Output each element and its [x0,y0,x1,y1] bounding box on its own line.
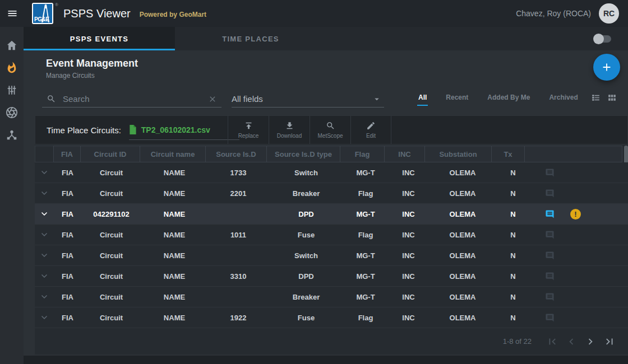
row-actions [530,307,628,328]
comment-icon[interactable] [545,209,555,219]
search-field[interactable] [42,91,221,108]
cell-fia: FIA [54,183,81,203]
row-expander[interactable] [35,287,54,307]
aperture-icon [6,106,18,119]
download-button[interactable]: Download [269,116,310,144]
comment-icon[interactable] [545,189,555,198]
table-body: FIACircuitNAME1733SwitchMG-TINCOLEMANFIA… [35,162,628,328]
sidebar-item-home[interactable] [6,39,18,52]
row-actions [530,183,628,203]
cell-tx: N [496,307,530,328]
table-scrollbar[interactable] [624,146,628,164]
grid-view-button[interactable] [607,93,617,102]
metscope-button[interactable]: MetScope [310,116,350,144]
sidebar-item-sliders[interactable] [6,84,18,96]
table-row: FIACircuitNAME3310DPDMG-TINCOLEMAN [35,266,628,287]
table-header: FIACircuit IDCircuit nameSource Is.DSour… [35,146,628,162]
sidebar-item-fire[interactable] [6,62,18,74]
cell-source_isd: 3310 [207,266,269,286]
warning-icon[interactable]: ! [570,209,581,220]
first-page-button[interactable] [545,334,560,349]
add-button[interactable] [593,54,620,81]
filter-added-by-me[interactable]: Added By Me [486,90,531,106]
col-header-source-is-d-type: Source Is.D type [266,146,340,162]
previous-page-button[interactable] [564,334,579,349]
chevron-down-icon [40,230,49,239]
next-page-button[interactable] [583,334,598,349]
cell-source_isd: 1733 [207,162,269,183]
row-expander[interactable] [35,245,54,265]
filter-all[interactable]: All [417,90,428,106]
row-expander[interactable] [35,307,54,328]
cell-tx: N [496,162,530,183]
avatar[interactable]: RC [599,3,619,24]
cell-source_isd_type: DPD [269,266,343,286]
cell-circuit_name: NAME [141,287,207,307]
sidebar-item-aperture[interactable] [6,106,18,119]
hamburger-menu-icon[interactable] [7,8,18,19]
pagination-range: 1-8 of 22 [503,337,532,346]
filter-recent[interactable]: Recent [445,90,469,106]
cell-circuit_id: Circuit [81,245,141,265]
row-expander[interactable] [35,225,54,245]
tab-time-places[interactable]: TIME PLACES [175,27,326,50]
clear-search-icon[interactable] [208,95,217,104]
cell-circuit_name: NAME [141,204,207,224]
comment-icon[interactable] [545,313,555,323]
row-expander[interactable] [35,183,54,203]
cell-circuit_id: Circuit [81,183,141,203]
sidebar-item-network[interactable] [6,129,18,141]
file-bar: Time Place Circuits: TP2_06102021.csv Re… [35,115,628,144]
edit-button[interactable]: Edit [350,116,391,144]
cell-circuit_id: Circuit [81,307,141,328]
chevron-down-icon [40,313,49,322]
plus-icon [601,61,613,73]
cell-circuit_name: NAME [141,245,207,265]
cell-source_isd [207,204,269,224]
last-page-button[interactable] [602,334,617,349]
cell-substation: OLEMA [429,183,496,203]
field-selector-value: All fields [232,94,263,104]
cell-fia: FIA [54,266,81,286]
file-link[interactable]: TP2_06102021.csv [129,122,239,140]
filter-archived[interactable]: Archived [548,90,579,106]
registered-mark: ® [55,2,58,7]
cell-source_isd_type: Fuse [269,225,343,245]
comment-icon[interactable] [545,251,555,260]
row-expander[interactable] [35,204,54,224]
powered-by-label: Powered by GeoMart [140,8,206,18]
search-input[interactable] [62,94,208,104]
replace-button[interactable]: Replace [228,116,269,144]
row-actions: ! [530,204,628,224]
cell-source_isd [207,245,269,265]
field-selector[interactable]: All fields [232,91,384,108]
col-header-flag: Flag [340,146,385,162]
col-header-fia: FIA [53,146,81,162]
comment-icon[interactable] [545,230,555,240]
cell-circuit_name: NAME [141,266,207,286]
cell-circuit_name: NAME [141,183,207,203]
app-title: PSPS Viewer [63,7,131,20]
cell-flag: Flag [343,183,388,203]
main-content: Event Management Manage Circuits All fie… [24,50,628,356]
row-expander[interactable] [35,162,54,183]
cell-circuit_id: Circuit [81,287,141,307]
edit-icon [366,121,376,130]
cell-tx: N [496,183,530,203]
comment-icon[interactable] [545,272,555,281]
row-expander[interactable] [35,266,54,286]
cell-source_isd_type: Switch [269,162,343,183]
list-view-button[interactable] [591,93,601,102]
comment-icon[interactable] [545,292,555,302]
table-row: FIACircuitNAMEBreakerMG-TINCOLEMAN [35,287,628,307]
header-toggle[interactable] [595,35,611,43]
search-icon [326,121,335,130]
cell-inc: INC [388,162,429,183]
page-title: Event Management [46,58,138,69]
first-page-icon [546,335,558,348]
col-header-circuit-id: Circuit ID [80,146,140,162]
comment-icon[interactable] [545,168,555,178]
chevron-down-icon [40,292,49,301]
tab-psps-events[interactable]: PSPS EVENTS [24,27,175,50]
table-row: FIACircuitNAME2201BreakerFlagINCOLEMAN [35,183,628,204]
